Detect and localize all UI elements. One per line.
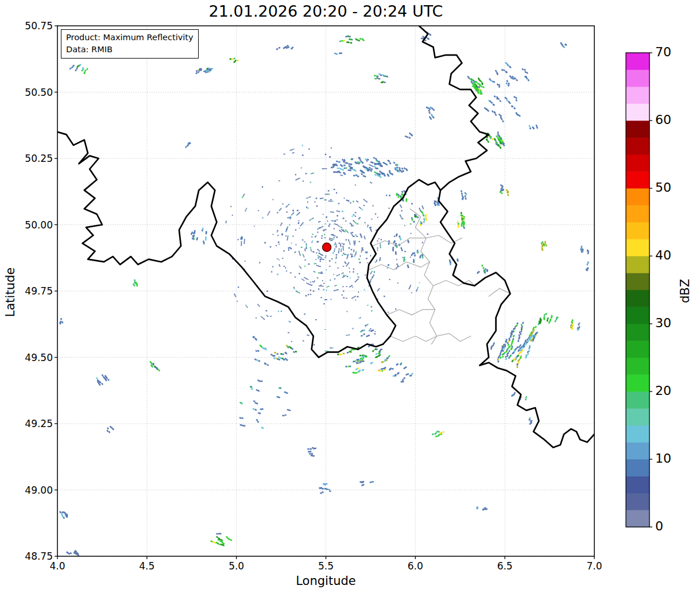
colorbar-tick-label: 0 (655, 519, 663, 533)
product-annotation-box: Product: Maximum Reflectivity Data: RMIB (61, 29, 199, 59)
x-tick-label: 7.0 (574, 560, 614, 572)
colorbar-tick-label: 20 (655, 383, 671, 398)
colorbar-tick-label: 70 (655, 45, 671, 59)
colorbar-tick-label: 40 (655, 248, 671, 262)
y-tick-label: 50.00 (0, 219, 53, 231)
radar-site-marker (323, 243, 331, 251)
colorbar-label: dBZ (678, 265, 692, 317)
x-tick-label: 4.5 (127, 560, 167, 572)
y-tick-label: 49.25 (0, 418, 53, 429)
x-tick-label: 6.5 (485, 560, 525, 572)
y-tick-label: 50.25 (0, 153, 53, 164)
x-tick-label: 5.5 (306, 560, 346, 572)
x-tick-label: 6.0 (395, 560, 435, 572)
gridlines (57, 26, 594, 556)
colorbar-tick-label: 10 (655, 451, 671, 466)
y-tick-label: 48.75 (0, 551, 53, 562)
y-tick-label: 49.75 (0, 285, 53, 297)
radar-figure: 21.01.2026 20:20 - 20:24 UTC Product: Ma… (0, 0, 700, 597)
x-axis-label: Longitude (57, 574, 594, 588)
annotation-data-line: Data: RMIB (66, 44, 194, 56)
annotation-product-line: Product: Maximum Reflectivity (66, 32, 194, 44)
y-tick-label: 49.50 (0, 352, 53, 363)
y-tick-label: 50.75 (0, 20, 53, 32)
x-tick-label: 5.0 (216, 560, 257, 572)
radar-map-canvas (0, 0, 700, 597)
colorbar-tick-label: 60 (655, 113, 671, 127)
colorbar (626, 53, 652, 528)
colorbar-tick-label: 50 (655, 180, 671, 195)
x-tick-label: 4.0 (37, 560, 78, 572)
axes-frame (55, 26, 594, 559)
y-tick-label: 49.00 (0, 484, 53, 496)
colorbar-tick-label: 30 (655, 316, 671, 330)
y-tick-label: 50.50 (0, 87, 53, 98)
